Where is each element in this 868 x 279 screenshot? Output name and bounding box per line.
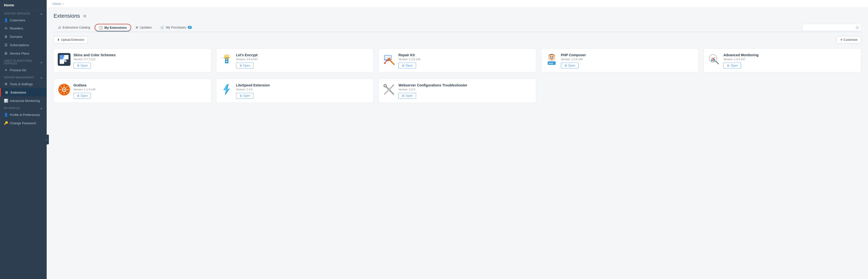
customers-icon: 👤 bbox=[4, 18, 8, 22]
collapse-arrow-hosting: ▲ bbox=[40, 12, 43, 15]
phpcomposer-open-icon: 🖥 bbox=[564, 64, 567, 67]
settings-icon[interactable]: ⚙ bbox=[83, 14, 87, 19]
litespeed-icon bbox=[220, 83, 233, 96]
extension-card-litespeed: LiteSpeed Extension Version: 1.3-0 🖥 Ope… bbox=[216, 79, 374, 103]
sidebar-collapse-button[interactable]: ‹ bbox=[44, 134, 49, 145]
svg-rect-31 bbox=[711, 59, 712, 61]
ext-card-header-repairkit: Repair Kit Version: 1.2.0-144 🖥 Open bbox=[383, 53, 532, 68]
search-wrapper bbox=[802, 24, 861, 31]
svg-text:PHP: PHP bbox=[549, 62, 553, 65]
advancedmonitoring-open-button[interactable]: 🖥 Open bbox=[723, 63, 741, 68]
upload-extension-button[interactable]: ⬆ Upload Extension bbox=[54, 36, 88, 43]
tab-my-purchases[interactable]: 🛒 My Purchases 2 bbox=[156, 23, 196, 32]
page-header: Extensions ⚙ bbox=[54, 13, 861, 19]
advanced-monitoring-icon: 📊 bbox=[4, 99, 8, 103]
extension-card-advancedmonitoring: Advanced Monitoring Version: 1.2.0-147 🖥… bbox=[704, 49, 861, 73]
svg-point-25 bbox=[550, 57, 551, 58]
main-content: Home › Extensions ⚙ 🗂 Extensions Catalog… bbox=[46, 0, 868, 279]
my-extensions-icon: 📋 bbox=[99, 26, 103, 29]
sidebar-item-profile-preferences[interactable]: 👤 Profile & Preferences bbox=[0, 111, 46, 119]
search-input[interactable] bbox=[802, 24, 861, 31]
grafana-info: Grafana Version: 1.1.3-148 🖥 Open bbox=[73, 83, 207, 99]
section-hosting-services[interactable]: Hosting Services ▲ bbox=[0, 10, 46, 16]
skins-info: Skins and Color Schemes Version: 3.7.7-1… bbox=[73, 53, 207, 68]
sidebar-item-process-list[interactable]: ≡ Process list bbox=[0, 66, 46, 74]
svg-rect-53 bbox=[393, 85, 394, 86]
extensions-icon: ⊞ bbox=[5, 90, 9, 94]
grafana-name: Grafana bbox=[73, 83, 207, 87]
ext-card-header-letsencrypt: Let's Encrypt Version: 2.8.4-547 🖥 Open bbox=[220, 53, 370, 68]
sidebar-item-subscriptions[interactable]: ☰ Subscriptions bbox=[0, 41, 46, 49]
tab-my-extensions[interactable]: 📋 My Extensions bbox=[95, 24, 131, 31]
section-server-management[interactable]: Server Management ▲ bbox=[0, 74, 46, 80]
search-icon bbox=[856, 26, 859, 29]
ext-card-header-advancedmonitoring: Advanced Monitoring Version: 1.2.0-147 🖥… bbox=[708, 53, 857, 68]
letsencrypt-version: Version: 2.8.4-547 bbox=[236, 58, 370, 61]
grafana-open-button[interactable]: 🖥 Open bbox=[73, 93, 91, 99]
sidebar-item-tools-settings[interactable]: ⚙ Tools & Settings bbox=[0, 80, 46, 88]
collapse-arrow-links: ▲ bbox=[40, 61, 43, 64]
tab-extensions-catalog[interactable]: 🗂 Extensions Catalog bbox=[54, 23, 95, 32]
litespeed-open-button[interactable]: 🖥 Open bbox=[236, 93, 253, 99]
phpcomposer-icon: PHP bbox=[545, 53, 558, 66]
litespeed-version: Version: 1.3-0 bbox=[236, 88, 370, 91]
domains-icon: 🖥 bbox=[4, 35, 8, 38]
ext-card-header-grafana: Grafana Version: 1.1.3-148 🖥 Open bbox=[58, 83, 207, 99]
sidebar-item-advanced-monitoring[interactable]: 📊 Advanced Monitoring bbox=[0, 96, 46, 105]
extension-card-skins: Skins and Color Schemes Version: 3.7.7-1… bbox=[54, 49, 211, 73]
letsencrypt-icon bbox=[220, 53, 233, 66]
sidebar-item-service-plans[interactable]: ⊞ Service Plans bbox=[0, 49, 46, 58]
skins-open-icon: 🖥 bbox=[76, 64, 80, 67]
tools-settings-icon: ⚙ bbox=[4, 82, 8, 86]
letsencrypt-name: Let's Encrypt bbox=[236, 53, 370, 57]
breadcrumb-separator: › bbox=[63, 2, 64, 6]
extension-card-letsencrypt: Let's Encrypt Version: 2.8.4-547 🖥 Open bbox=[216, 49, 374, 73]
extension-card-grafana: Grafana Version: 1.1.3-148 🖥 Open bbox=[54, 79, 211, 103]
svg-line-1 bbox=[858, 28, 859, 29]
page-title: Extensions bbox=[54, 13, 80, 19]
advancedmonitoring-info: Advanced Monitoring Version: 1.2.0-147 🖥… bbox=[723, 53, 857, 68]
grafana-icon bbox=[58, 83, 70, 96]
change-password-icon: 🔑 bbox=[4, 121, 8, 125]
phpcomposer-name: PHP Composer bbox=[561, 53, 694, 57]
section-my-profile[interactable]: My Profile ▲ bbox=[0, 105, 46, 111]
tabs-bar: 🗂 Extensions Catalog 📋 My Extensions ⊕ U… bbox=[54, 23, 861, 32]
phpcomposer-open-button[interactable]: 🖥 Open bbox=[561, 63, 579, 68]
litespeed-name: LiteSpeed Extension bbox=[236, 83, 370, 87]
subscriptions-icon: ☰ bbox=[4, 43, 8, 47]
svg-rect-23 bbox=[384, 62, 385, 64]
sidebar-item-change-password[interactable]: 🔑 Change Password bbox=[0, 119, 46, 127]
sidebar-item-extensions[interactable]: ⊞ Extensions bbox=[0, 88, 46, 96]
profile-icon: 👤 bbox=[4, 113, 8, 117]
purchases-badge: 2 bbox=[188, 26, 192, 29]
webserver-name: Webserver Configurations Troubleshooter bbox=[398, 83, 532, 87]
process-list-icon: ≡ bbox=[4, 68, 8, 72]
repairkit-open-button[interactable]: 🖥 Open bbox=[398, 63, 416, 68]
litespeed-info: LiteSpeed Extension Version: 1.3-0 🖥 Ope… bbox=[236, 83, 370, 99]
ext-card-header-litespeed: LiteSpeed Extension Version: 1.3-0 🖥 Ope… bbox=[220, 83, 370, 99]
sidebar-item-domains[interactable]: 🖥 Domains bbox=[0, 32, 46, 41]
collapse-arrow-server: ▲ bbox=[40, 76, 43, 79]
customize-button[interactable]: ✛ Customize bbox=[837, 36, 861, 43]
tab-updates[interactable]: ⊕ Updates bbox=[131, 23, 156, 32]
skins-version: Version: 3.7.7-112 bbox=[73, 58, 207, 61]
webserver-open-button[interactable]: 🖥 Open bbox=[398, 93, 416, 99]
skins-icon bbox=[58, 53, 70, 66]
breadcrumb: Home › bbox=[46, 0, 868, 8]
sidebar-item-resellers[interactable]: % Resellers bbox=[0, 24, 46, 32]
breadcrumb-home[interactable]: Home bbox=[53, 2, 61, 6]
svg-rect-16 bbox=[226, 62, 227, 63]
sidebar-item-customers[interactable]: 👤 Customers bbox=[0, 16, 46, 24]
webserver-version: Version: 2.0-0 bbox=[398, 88, 532, 91]
letsencrypt-open-button[interactable]: 🖥 Open bbox=[236, 63, 253, 68]
advancedmonitoring-open-icon: 🖥 bbox=[726, 64, 730, 67]
repairkit-open-icon: 🖥 bbox=[402, 64, 405, 67]
updates-icon: ⊕ bbox=[135, 26, 138, 29]
skins-open-button[interactable]: 🖥 Open bbox=[73, 63, 91, 68]
ext-card-header-phpcomposer: PHP PHP Composer Version: 1.0.5-190 🖥 Op… bbox=[545, 53, 694, 68]
section-links[interactable]: Links to Additional Services ▲ bbox=[0, 58, 46, 66]
svg-point-26 bbox=[552, 57, 553, 58]
sidebar-logo[interactable]: Home bbox=[0, 0, 46, 10]
svg-point-38 bbox=[63, 89, 65, 90]
advancedmonitoring-version: Version: 1.2.0-147 bbox=[723, 58, 857, 61]
